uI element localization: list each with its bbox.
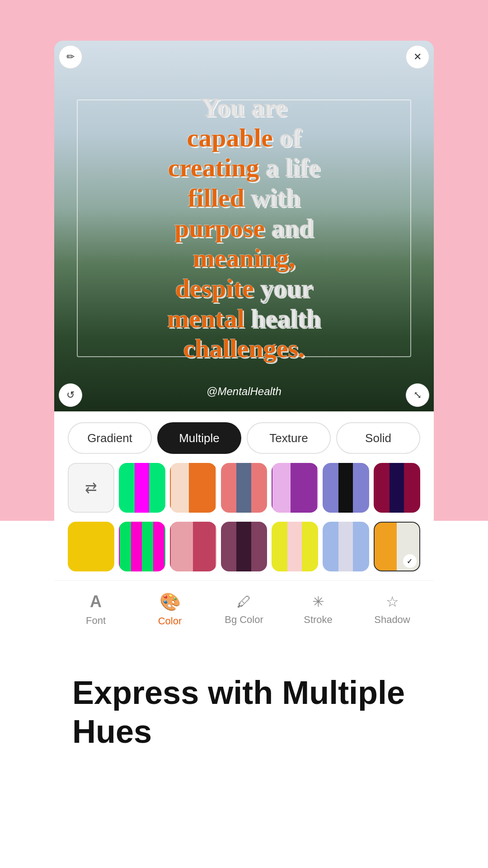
bottom-toolbar: A Font 🎨 Color 🖊 Bg Color ✳ Stroke ☆ Sha…: [54, 580, 434, 632]
swatch-10[interactable]: [221, 522, 267, 571]
watermark-label: @MentalHealth: [206, 385, 282, 398]
tab-solid[interactable]: Solid: [336, 422, 420, 454]
swatch-5[interactable]: [323, 463, 369, 513]
stroke-label: Stroke: [304, 614, 333, 626]
swatch-12[interactable]: [323, 522, 369, 571]
font-icon: A: [90, 592, 102, 611]
color-grid-row2: ✓: [54, 513, 434, 571]
swatch-13-selected[interactable]: ✓: [374, 522, 420, 571]
swatch-3[interactable]: [221, 463, 267, 513]
bg-color-icon: 🖊: [237, 594, 251, 610]
color-label: Color: [158, 615, 182, 627]
tool-bg-color[interactable]: 🖊 Bg Color: [207, 594, 281, 626]
tool-color[interactable]: 🎨 Color: [133, 592, 207, 627]
tab-gradient[interactable]: Gradient: [68, 422, 152, 454]
swatch-9[interactable]: [170, 522, 216, 571]
color-icon: 🎨: [160, 592, 181, 612]
express-title: Express with Multiple Hues: [72, 673, 416, 751]
editor-card: ✏ ✕ ↺ ⤡ You are capable of creating a li…: [54, 41, 434, 646]
reset-button[interactable]: ↺: [59, 383, 82, 407]
tab-multiple[interactable]: Multiple: [157, 422, 241, 454]
stroke-icon: ✳: [312, 593, 324, 610]
tool-font[interactable]: A Font: [59, 592, 133, 627]
bg-color-label: Bg Color: [225, 614, 263, 626]
swatch-8[interactable]: [119, 522, 165, 571]
pencil-button[interactable]: ✏: [59, 45, 82, 69]
swatch-11[interactable]: [272, 522, 318, 571]
font-label: Font: [86, 615, 106, 627]
swatch-1[interactable]: [119, 463, 165, 513]
text-overlay-box: You are capable of creating a life fille…: [77, 99, 411, 357]
swatch-6[interactable]: [374, 463, 420, 513]
tab-texture[interactable]: Texture: [247, 422, 331, 454]
tool-shadow[interactable]: ☆ Shadow: [355, 593, 429, 626]
swatch-2[interactable]: [170, 463, 216, 513]
shadow-label: Shadow: [374, 614, 410, 626]
shuffle-icon: ⇄: [85, 479, 97, 496]
swatch-4[interactable]: [272, 463, 318, 513]
close-button[interactable]: ✕: [406, 45, 429, 69]
tool-stroke[interactable]: ✳ Stroke: [281, 593, 355, 626]
canvas-area[interactable]: ✏ ✕ ↺ ⤡ You are capable of creating a li…: [54, 41, 434, 411]
selected-check-icon: ✓: [403, 554, 417, 568]
express-section: Express with Multiple Hues: [54, 646, 434, 769]
tab-row: Gradient Multiple Texture Solid: [54, 411, 434, 454]
shadow-icon: ☆: [386, 593, 399, 610]
resize-button[interactable]: ⤡: [406, 383, 429, 407]
quote-text: You are capable of creating a life fille…: [158, 88, 330, 368]
color-grid-row1: ⇄: [54, 454, 434, 513]
swatch-7[interactable]: [68, 522, 114, 571]
shuffle-button[interactable]: ⇄: [68, 463, 114, 513]
